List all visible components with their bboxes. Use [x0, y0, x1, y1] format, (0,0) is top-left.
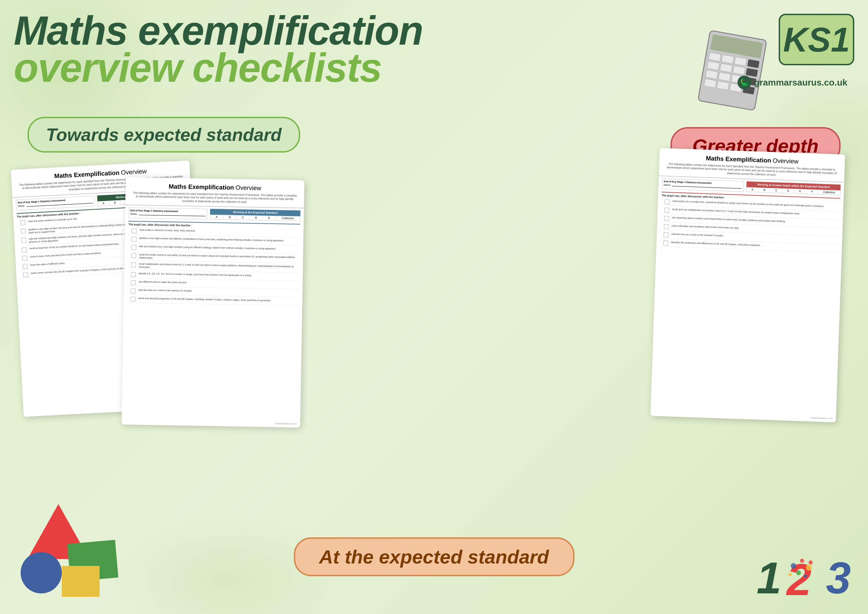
checkbox[interactable]: [23, 272, 28, 277]
circle-shape: [21, 552, 62, 593]
col-a: A: [210, 215, 223, 220]
numbers-decoration: 1 2 3: [756, 552, 851, 600]
label-towards: Towards expected standard: [28, 117, 300, 153]
doc-at-name: Name:: [130, 213, 205, 217]
doc-at-footer: © grammarsaurus.co.uk: [275, 422, 297, 425]
col-d: D: [783, 189, 795, 194]
col-b: B: [758, 188, 770, 192]
checkbox[interactable]: [130, 296, 135, 301]
checkbox[interactable]: [21, 228, 26, 234]
towards-text: Towards expected standard: [46, 125, 282, 145]
checkbox[interactable]: [664, 208, 669, 213]
checkbox[interactable]: [131, 272, 136, 277]
gramm-url: grammarsaurus.co.uk: [754, 77, 847, 88]
doc-at-header: Maths Exemplification Overview The follo…: [126, 177, 304, 209]
col-e: E: [263, 216, 276, 220]
col-a: A: [747, 187, 759, 192]
checkbox[interactable]: [130, 288, 135, 293]
svg-point-4: [796, 571, 801, 575]
checkbox[interactable]: [20, 220, 25, 225]
checkbox[interactable]: [22, 256, 28, 261]
item-text: identify 1/4, 1/3, 1/2, 2/4, 3/4 of a nu…: [138, 272, 296, 278]
doc-at-subtitle: The following tables contain the stateme…: [132, 191, 297, 205]
checkbox[interactable]: [21, 238, 26, 243]
checkbox[interactable]: [663, 241, 668, 246]
doc-at: Maths Exemplification Overview The follo…: [122, 177, 304, 428]
num-3: 3: [826, 556, 851, 600]
col-e: E: [795, 189, 806, 194]
svg-point-6: [809, 560, 813, 564]
doc-greater-footer: © grammarsaurus.co.uk: [810, 417, 832, 420]
doc-at-title-bold: Maths Exemplification: [169, 183, 234, 191]
checkbox[interactable]: [132, 237, 136, 242]
col-collection: Collection: [818, 190, 840, 195]
checkbox[interactable]: [663, 233, 668, 237]
col-f: F: [806, 189, 818, 194]
col-b: B: [109, 200, 121, 205]
checkbox[interactable]: [131, 253, 136, 258]
doc-greater-title-bold: Maths Exemplification: [706, 155, 772, 164]
calculator-illustration: [703, 34, 765, 110]
grammarsaurus-logo: 🦕 grammarsaurus.co.uk: [738, 76, 847, 89]
checkbox[interactable]: [23, 264, 28, 269]
item-text: add and subtract any 2 two-digit numbers…: [139, 245, 296, 251]
checkbox[interactable]: [132, 245, 136, 250]
item-text: partition a two-digit number into differ…: [139, 236, 296, 242]
svg-point-2: [800, 559, 804, 563]
checkbox[interactable]: [664, 224, 669, 229]
checkbox[interactable]: [131, 280, 136, 285]
item-text: recall multiplication and division facts…: [139, 262, 296, 271]
item-text: name and describe properties of 2D and 3…: [138, 296, 295, 302]
ks1-text: KS1: [783, 20, 850, 59]
doc-towards-title-bold: Maths Exemplification: [54, 169, 119, 180]
label-at: At the expected standard: [294, 537, 574, 576]
item-text: read scales in divisions of ones, twos, …: [140, 228, 297, 234]
doc-at-ks: End of Key Stage 1 Statutory Assessment: [130, 209, 206, 213]
doc-at-title-normal: Overview: [235, 184, 261, 191]
ks1-badge: KS1: [779, 14, 854, 65]
col-a: A: [98, 201, 110, 206]
doc-at-items: read scales in divisions of ones, twos, …: [124, 227, 304, 306]
svg-point-1: [791, 563, 796, 569]
checkbox[interactable]: [665, 200, 670, 205]
col-d: D: [250, 216, 263, 220]
doc-greater-header: Maths Exemplification Overview The follo…: [659, 148, 845, 183]
doc-greater-title-normal: Overview: [772, 157, 798, 165]
svg-text:2: 2: [786, 555, 811, 600]
col-collection: Collection: [276, 216, 300, 220]
svg-point-7: [788, 573, 792, 576]
at-text: At the expected standard: [319, 546, 549, 567]
item-text: recall all number bonds to and within 10…: [139, 253, 296, 262]
gramm-icon: 🦕: [738, 76, 751, 89]
num-2: 2: [783, 552, 825, 600]
checkbox[interactable]: [22, 247, 27, 253]
svg-point-3: [806, 564, 812, 571]
doc-greater: Maths Exemplification Overview The follo…: [651, 148, 845, 422]
doc-towards-title-normal: Overview: [121, 167, 147, 176]
item-text: read the time on a clock to the nearest …: [138, 288, 296, 294]
checkbox[interactable]: [131, 262, 136, 267]
item-text: use different coins to make the same amo…: [138, 280, 296, 286]
svg-point-5: [804, 574, 807, 578]
col-c: C: [770, 188, 783, 193]
checkbox[interactable]: [132, 228, 136, 233]
checkbox[interactable]: [664, 216, 669, 221]
doc-greater-items: read scales (on a number line, a practic…: [656, 198, 843, 253]
col-b: B: [223, 215, 236, 220]
col-c: C: [237, 215, 250, 220]
num-1: 1: [756, 556, 781, 600]
yellow-square-shape: [62, 566, 99, 597]
